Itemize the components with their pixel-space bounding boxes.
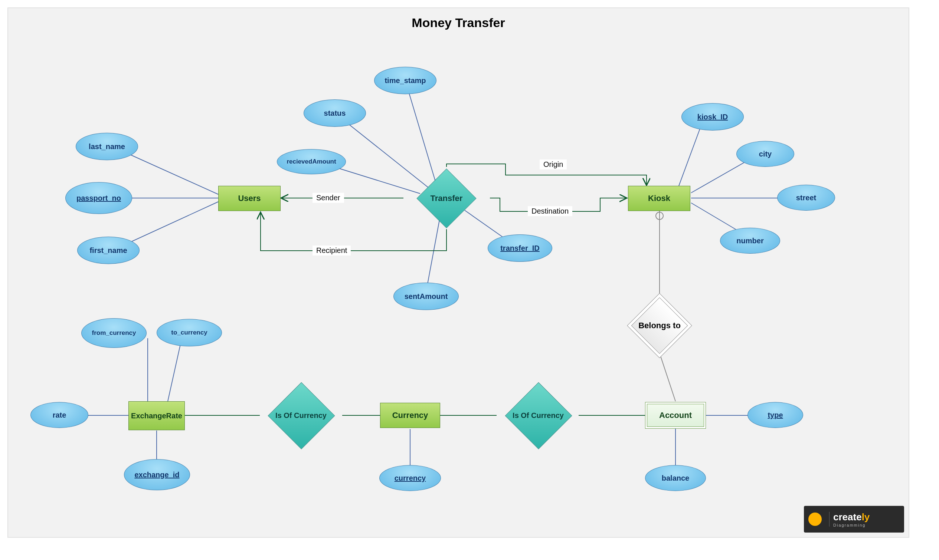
attr-number-label: number	[736, 236, 763, 245]
attr-transfer-id-label: transfer_ID	[500, 244, 540, 252]
attr-city-label: city	[759, 149, 772, 158]
relationship-belongs-to-label: Belongs to	[624, 291, 694, 360]
attr-street-label: street	[796, 193, 816, 202]
edge-label-origin: Origin	[540, 160, 567, 169]
attr-balance[interactable]: balance	[645, 465, 706, 491]
attr-city[interactable]: city	[736, 141, 794, 167]
edge-label-recipient: Recipient	[313, 246, 351, 255]
entity-currency-label: Currency	[392, 411, 428, 420]
attr-first-name[interactable]: first_name	[77, 237, 140, 264]
attr-last-name[interactable]: last_name	[76, 133, 138, 160]
entity-account-inner: Account	[647, 404, 704, 427]
attr-last-name-label: last_name	[89, 142, 125, 151]
attr-exchange-id-label: exchange_id	[134, 470, 179, 479]
attr-first-name-label: first_name	[89, 246, 127, 255]
svg-point-21	[656, 212, 663, 220]
attr-to-currency[interactable]: to_currency	[157, 319, 222, 346]
attr-time-stamp[interactable]: time_stamp	[374, 67, 436, 94]
diagram-title: Money Transfer	[8, 15, 908, 30]
attr-sent-amount-label: sentAmount	[404, 292, 448, 301]
attr-balance-label: balance	[662, 474, 689, 483]
entity-account-label: Account	[659, 411, 692, 420]
attr-transfer-id[interactable]: transfer_ID	[488, 234, 552, 262]
attr-type[interactable]: type	[748, 402, 803, 428]
watermark-separator	[829, 512, 830, 527]
entity-users[interactable]: Users	[218, 186, 281, 211]
relationship-ioc1-label: Is Of Currency	[244, 382, 359, 449]
attr-recieved-amount-label: recievedAmount	[287, 158, 336, 165]
attr-passport-no-label: passport_no	[76, 194, 121, 203]
relationship-is-of-currency-1[interactable]: Is Of Currency	[244, 382, 359, 449]
entity-kiosk-label: Kiosk	[648, 194, 670, 203]
entity-currency[interactable]: Currency	[380, 403, 440, 428]
connector-layer	[8, 8, 908, 537]
attr-time-stamp-label: time_stamp	[384, 76, 426, 85]
relationship-transfer[interactable]: Transfer	[416, 168, 476, 228]
attr-currency[interactable]: currency	[379, 465, 441, 491]
watermark-tagline: Diagramming	[833, 523, 870, 528]
attr-to-currency-label: to_currency	[171, 329, 207, 336]
attr-type-label: type	[768, 411, 783, 420]
watermark-brand: creately	[833, 511, 870, 523]
attr-currency-label: currency	[395, 474, 426, 483]
entity-account[interactable]: Account	[645, 402, 706, 429]
entity-exchange-rate-label: ExchangeRate	[131, 412, 182, 420]
entity-exchange-rate[interactable]: ExchangeRate	[128, 401, 185, 430]
edge-label-sender: Sender	[313, 193, 344, 203]
attr-passport-no[interactable]: passport_no	[65, 182, 132, 214]
diagram-frame: Money Transfer	[8, 8, 909, 538]
relationship-is-of-currency-2[interactable]: Is Of Currency	[481, 382, 596, 449]
watermark-brand-part1: create	[833, 511, 862, 523]
entity-kiosk[interactable]: Kiosk	[628, 186, 690, 211]
edge-label-destination: Destination	[528, 206, 572, 216]
attr-rate[interactable]: rate	[31, 402, 88, 428]
relationship-ioc2-label: Is Of Currency	[481, 382, 596, 449]
attr-from-currency[interactable]: from_currency	[81, 318, 146, 348]
attr-number[interactable]: number	[720, 228, 780, 254]
attr-sent-amount[interactable]: sentAmount	[393, 283, 459, 310]
relationship-transfer-label: Transfer	[416, 168, 476, 228]
attr-status-label: status	[324, 109, 346, 118]
attr-street[interactable]: street	[777, 185, 835, 211]
entity-users-label: Users	[238, 194, 261, 203]
attr-exchange-id[interactable]: exchange_id	[124, 459, 190, 490]
attr-kiosk-id[interactable]: kiosk_ID	[682, 103, 744, 131]
creately-watermark: creately Diagramming	[804, 506, 904, 532]
lightbulb-icon	[808, 512, 822, 526]
attr-recieved-amount[interactable]: recievedAmount	[277, 149, 346, 174]
relationship-belongs-to[interactable]: Belongs to	[624, 291, 694, 360]
attr-rate-label: rate	[53, 411, 66, 420]
attr-from-currency-label: from_currency	[92, 329, 136, 337]
watermark-brand-part2: ly	[862, 511, 870, 523]
attr-status[interactable]: status	[304, 99, 366, 127]
attr-kiosk-id-label: kiosk_ID	[697, 112, 728, 121]
